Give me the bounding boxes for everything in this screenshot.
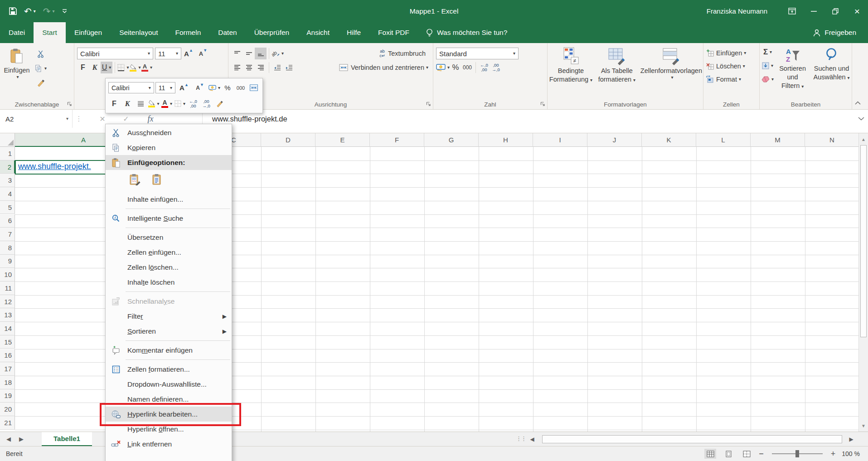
mini-grow-font-button[interactable]: A▲	[177, 82, 191, 94]
close-button[interactable]: ×	[846, 0, 868, 22]
mini-fill-color-button[interactable]: ▾	[148, 98, 160, 110]
format-as-table-button[interactable]: Als Tabelle formatieren▾	[595, 46, 639, 109]
row-header-9[interactable]: 9	[0, 255, 15, 268]
copy-button[interactable]: ▾	[34, 63, 47, 74]
mini-decrease-decimal-button[interactable]: ,00→,0	[200, 98, 212, 110]
mini-merge-button[interactable]	[248, 82, 260, 94]
dialog-launcher-icon[interactable]	[67, 102, 72, 107]
mini-borders-button[interactable]: ▾	[174, 98, 186, 110]
page-layout-view-button[interactable]	[723, 449, 734, 459]
mini-center-button[interactable]	[135, 98, 146, 110]
row-header-17[interactable]: 17	[0, 362, 15, 376]
horizontal-scrollbar-thumb[interactable]	[542, 435, 842, 443]
row-header-6[interactable]: 6	[0, 214, 15, 228]
row-header-11[interactable]: 11	[0, 281, 15, 295]
vertical-scrollbar-thumb[interactable]	[860, 145, 867, 337]
percent-style-button[interactable]: %	[450, 62, 461, 73]
menu-item-clear-contents[interactable]: Inhalte löschen	[106, 275, 232, 290]
tab-überprüfen[interactable]: Überprüfen	[246, 22, 298, 43]
dialog-launcher-icon[interactable]	[540, 102, 545, 107]
bold-button[interactable]: F	[77, 62, 89, 73]
zoom-slider[interactable]	[772, 453, 823, 454]
paste-keep-formatting-icon[interactable]	[127, 172, 143, 187]
scroll-left-icon[interactable]: ◀	[527, 434, 538, 445]
mini-comma-button[interactable]: 000	[235, 82, 247, 94]
row-header-16[interactable]: 16	[0, 349, 15, 363]
row-header-20[interactable]: 20	[0, 403, 15, 416]
orientation-button[interactable]: ab▾	[272, 48, 284, 59]
conditional-formatting-button[interactable]: ≠ Bedingte Formatierung▾	[548, 46, 594, 109]
tab-datei[interactable]: Datei	[0, 22, 34, 43]
undo-button[interactable]: ↶▾	[24, 7, 36, 16]
row-header-12[interactable]: 12	[0, 295, 15, 309]
align-left-button[interactable]	[231, 62, 243, 73]
menu-item-paste-special[interactable]: Inhalte einfügen...	[106, 192, 232, 207]
row-header-5[interactable]: 5	[0, 201, 15, 214]
row-header-7[interactable]: 7	[0, 228, 15, 241]
wrap-text-button[interactable]: abc↵ Textumbruch	[379, 48, 430, 59]
clear-button[interactable]: ▾	[761, 73, 774, 85]
horizontal-scrollbar[interactable]	[540, 434, 844, 445]
next-sheet-icon[interactable]: ▶	[19, 436, 24, 442]
normal-view-button[interactable]	[704, 449, 716, 459]
borders-button[interactable]: ▾	[117, 62, 129, 73]
find-select-button[interactable]: Suchen und Auswählen▾	[811, 46, 852, 109]
scroll-down-icon[interactable]: ▼	[859, 421, 868, 431]
column-header-D[interactable]: D	[261, 133, 315, 147]
expand-formula-bar-icon[interactable]	[858, 110, 864, 128]
mini-shrink-font-button[interactable]: A▼	[193, 82, 207, 94]
collapse-ribbon-button[interactable]	[855, 101, 861, 105]
font-color-button[interactable]: A▾	[141, 62, 153, 73]
column-header-G[interactable]: G	[424, 133, 479, 147]
cut-button[interactable]	[34, 48, 47, 60]
cell-styles-button[interactable]: Zellenformatvorlagen ▾	[640, 46, 703, 109]
mini-accounting-button[interactable]: ▾	[209, 82, 220, 94]
increase-indent-button[interactable]	[283, 62, 295, 73]
row-header-1[interactable]: 1	[0, 147, 15, 160]
decrease-indent-button[interactable]	[272, 62, 283, 73]
vertical-scrollbar[interactable]: ▲ ▼	[858, 133, 868, 432]
accounting-format-button[interactable]: ▾	[436, 62, 450, 73]
row-header-15[interactable]: 15	[0, 335, 15, 349]
sort-filter-button[interactable]: AZ Sortieren und Filtern▾	[774, 46, 811, 109]
column-header-L[interactable]: L	[696, 133, 751, 147]
mini-increase-decimal-button[interactable]: ←,0,00	[187, 98, 199, 110]
menu-item-smart-lookup[interactable]: iIntelligente Suche	[106, 211, 232, 226]
insert-cells-button[interactable]: Einfügen▾	[706, 47, 746, 59]
italic-button[interactable]: K	[89, 62, 101, 73]
number-format-combo[interactable]: Standard▾	[436, 48, 519, 59]
grow-font-button[interactable]: A▲	[181, 48, 196, 59]
scroll-right-icon[interactable]: ▶	[846, 434, 857, 445]
tab-hilfe[interactable]: Hilfe	[338, 22, 369, 43]
column-header-H[interactable]: H	[479, 133, 533, 147]
column-header-K[interactable]: K	[642, 133, 696, 147]
tab-daten[interactable]: Daten	[209, 22, 245, 43]
mini-format-painter-button[interactable]	[213, 98, 225, 110]
share-button[interactable]: Freigeben	[813, 22, 868, 43]
name-box[interactable]: A2▾	[0, 110, 73, 128]
tell-me-box[interactable]: Was möchten Sie tun?	[426, 22, 507, 43]
select-all-corner[interactable]	[0, 133, 15, 147]
row-header-3[interactable]: 3	[0, 174, 15, 187]
fill-button[interactable]: ▾	[761, 60, 774, 72]
tab-formeln[interactable]: Formeln	[166, 22, 209, 43]
mini-font-color-button[interactable]: A▾	[161, 98, 173, 110]
row-header-14[interactable]: 14	[0, 322, 15, 335]
menu-item-filter[interactable]: Filter▶	[106, 309, 232, 324]
font-size-combo[interactable]: 11▾	[155, 48, 181, 59]
tab-foxit-pdf[interactable]: Foxit PDF	[369, 22, 418, 43]
row-header-13[interactable]: 13	[0, 308, 15, 322]
row-header-21[interactable]: 21	[0, 416, 15, 430]
autosum-button[interactable]: Σ▾	[761, 46, 774, 58]
scroll-up-icon[interactable]: ▲	[859, 134, 868, 144]
shrink-font-button[interactable]: A▼	[196, 48, 210, 59]
row-header-2[interactable]: 2	[0, 160, 15, 174]
menu-item-define-name[interactable]: Namen definieren...	[106, 392, 232, 407]
tab-einfügen[interactable]: Einfügen	[66, 22, 111, 43]
mini-italic-button[interactable]: K	[121, 98, 133, 110]
menu-item-translate[interactable]: Übersetzen	[106, 230, 232, 245]
row-header-18[interactable]: 18	[0, 376, 15, 389]
align-bottom-button[interactable]	[255, 48, 267, 59]
restore-button[interactable]	[824, 0, 846, 22]
menu-item-remove-link[interactable]: Link entfernen	[106, 437, 232, 451]
